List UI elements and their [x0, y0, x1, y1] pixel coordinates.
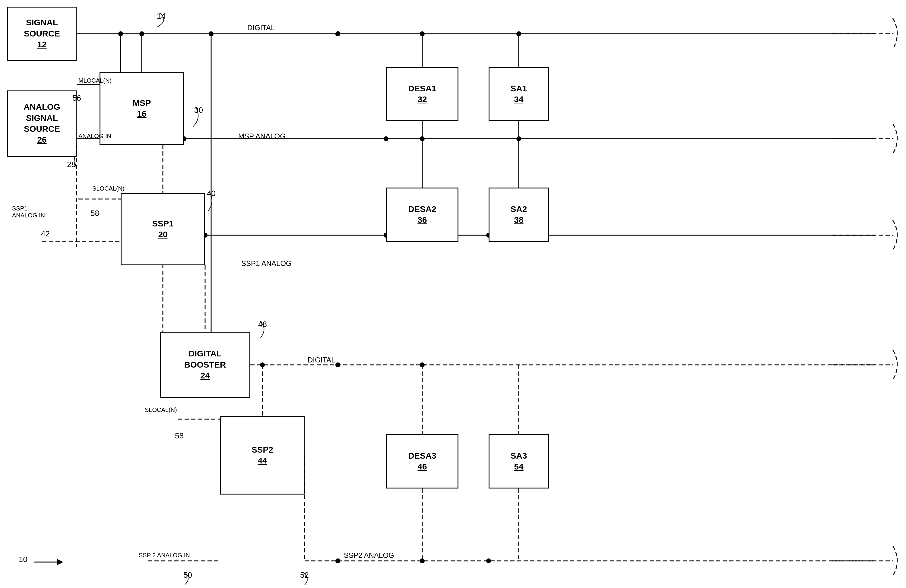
svg-point-63	[335, 31, 340, 36]
desa3-box: DESA3 46	[386, 434, 458, 489]
slocal-ssp2-label: SLOCAL(N)	[145, 406, 177, 413]
signal-source-ref: 12	[37, 39, 46, 50]
desa3-ref: 46	[418, 461, 427, 472]
mlocal-label: MLOCAL(N)	[78, 77, 112, 84]
ref-42: 42	[41, 229, 50, 239]
svg-point-40	[335, 362, 340, 367]
digital-label-top: DIGITAL	[247, 24, 275, 32]
ref-58-1: 58	[91, 209, 99, 218]
ssp2-ref: 44	[258, 455, 267, 466]
ref-58-2: 58	[175, 431, 183, 441]
digital-booster-box: DIGITALBOOSTER 24	[160, 332, 250, 398]
desa2-ref: 36	[418, 215, 427, 226]
sa2-ref: 38	[514, 215, 523, 226]
sa3-label: SA3	[510, 451, 527, 461]
sa2-box: SA2 38	[488, 188, 549, 242]
svg-point-58	[260, 362, 265, 367]
slocal-ssp1-label: SLOCAL(N)	[92, 185, 124, 192]
signal-source-label: SIGNAL SOURCE	[8, 17, 76, 39]
digital-booster-label: DIGITALBOOSTER	[184, 348, 226, 370]
analog-in-label: ANALOG IN	[78, 133, 111, 140]
svg-marker-65	[57, 559, 63, 565]
ssp2-analog-label: SSP2 ANALOG	[344, 551, 394, 560]
msp-box: MSP 16	[99, 72, 184, 145]
ssp1-analog-in-label: SSP1ANALOG IN	[12, 205, 45, 219]
ref-50: 50	[183, 570, 192, 580]
sa3-ref: 54	[514, 461, 523, 472]
msp-ref: 16	[137, 108, 146, 120]
sa2-label: SA2	[510, 204, 527, 215]
ssp1-box: SSP1 20	[121, 193, 205, 265]
svg-point-51	[486, 558, 491, 563]
analog-signal-source-ref: 26	[37, 134, 46, 145]
diagram: SIGNAL SOURCE 12 ANALOGSIGNALSOURCE 26 M…	[0, 0, 906, 588]
desa2-label: DESA2	[408, 204, 436, 215]
analog-signal-source-box: ANALOGSIGNALSOURCE 26	[7, 91, 77, 157]
sa1-ref: 34	[514, 94, 523, 105]
ref-48: 48	[258, 320, 267, 329]
sa1-box: SA1 34	[488, 67, 549, 121]
ssp1-analog-label: SSP1 ANALOG	[241, 259, 292, 268]
ssp2-label: SSP2	[252, 445, 273, 455]
signal-source-box: SIGNAL SOURCE 12	[7, 6, 77, 61]
ref-28: 28	[67, 160, 76, 169]
sa1-label: SA1	[510, 83, 527, 94]
msp-label: MSP	[133, 98, 151, 108]
analog-signal-source-label: ANALOGSIGNALSOURCE	[24, 102, 60, 134]
desa1-ref: 32	[418, 94, 427, 105]
desa3-label: DESA3	[408, 451, 436, 461]
desa1-label: DESA1	[408, 83, 436, 94]
svg-point-49	[335, 558, 340, 563]
ref-30: 30	[194, 105, 203, 115]
desa1-box: DESA1 32	[386, 67, 458, 121]
desa2-box: DESA2 36	[386, 188, 458, 242]
svg-point-13	[384, 136, 388, 141]
ref-40: 40	[207, 189, 215, 198]
sa3-box: SA3 54	[488, 434, 549, 489]
ssp2-box: SSP2 44	[220, 416, 305, 494]
ref-52: 52	[300, 570, 309, 580]
ssp1-ref: 20	[158, 229, 167, 240]
digital-mid-label: DIGITAL	[308, 356, 335, 364]
ssp2-analog-in-label: SSP 2 ANALOG IN	[139, 552, 190, 559]
digital-booster-ref: 24	[200, 370, 210, 381]
ssp1-label: SSP1	[152, 218, 174, 229]
msp-analog-label: MSP ANALOG	[238, 132, 286, 140]
svg-point-62	[139, 31, 144, 36]
ref-14: 14	[157, 11, 166, 21]
ref-56: 56	[72, 94, 81, 103]
ref-10: 10	[19, 555, 27, 564]
